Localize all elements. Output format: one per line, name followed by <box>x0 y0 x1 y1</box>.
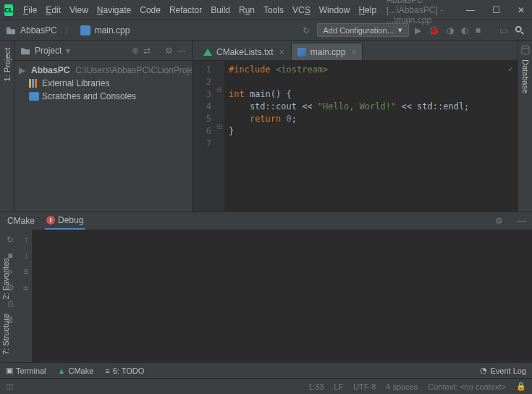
menu-refactor[interactable]: Refactor <box>165 2 206 18</box>
menu-vcs[interactable]: VCS <box>288 2 315 18</box>
lock-icon[interactable]: 🔒 <box>516 382 526 391</box>
svg-rect-5 <box>35 79 37 88</box>
tab-maincpp[interactable]: main.cpp × <box>291 43 363 60</box>
sliders-icon[interactable]: ⫨ <box>20 282 32 293</box>
menu-file[interactable]: File <box>19 2 41 18</box>
editor-tabs: CMakeLists.txt × main.cpp × <box>193 41 518 61</box>
expand-icon[interactable]: ▶ <box>19 65 25 75</box>
gear-icon[interactable]: ⚙ <box>495 216 503 226</box>
target-icon[interactable]: ⊕ <box>132 46 139 56</box>
tool-panel: CMake ! Debug ⚙ — ↻↑ ■↓ »≡ ⚙⫨ ⎙ 🗑 <box>0 211 532 362</box>
database-icon[interactable] <box>520 45 531 55</box>
tab-label: main.cpp <box>311 47 346 57</box>
layout-icon[interactable]: ▭ <box>498 24 509 37</box>
refresh-icon[interactable]: ↻ <box>300 24 313 37</box>
panel-title: Project <box>35 46 62 56</box>
rerun-icon[interactable]: ↻ <box>4 234 16 246</box>
profile-icon[interactable]: ◐ <box>460 24 470 37</box>
database-side-tab[interactable]: Database <box>521 59 530 93</box>
tool-tab-debug[interactable]: ! Debug <box>45 212 85 230</box>
menu-view[interactable]: View <box>65 2 93 18</box>
project-side-tab[interactable]: 1: Project <box>1 41 13 88</box>
code-area[interactable]: 1 2 3 4 5 6 7 ⊟ ⊟ #include <iostream> in… <box>193 61 518 211</box>
config-label: Add Configuration... <box>324 26 394 35</box>
tab-label: CMakeLists.txt <box>216 47 274 57</box>
close-icon[interactable]: × <box>279 47 284 57</box>
bottom-tabs: ▣ Terminal ▲ CMake ≡ 6: TODO ◔ Event Log <box>0 362 532 378</box>
close-icon[interactable]: × <box>351 47 356 57</box>
eventlog-icon: ◔ <box>480 366 487 375</box>
menu-navigate[interactable]: Navigate <box>93 2 135 18</box>
status-context[interactable]: Context: <no context> <box>428 382 506 391</box>
menu-run[interactable]: Run <box>235 2 259 18</box>
nav-bar: AbbasPC 〉 main.cpp ↻ Add Configuration..… <box>0 20 532 41</box>
run-icon[interactable]: ▶ <box>413 24 423 37</box>
favorites-side-tab[interactable]: 2: Favorites <box>0 251 14 306</box>
breadcrumb-root[interactable]: AbbasPC <box>20 25 57 35</box>
up-arrow-icon[interactable]: ↑ <box>20 234 32 246</box>
status-encoding[interactable]: UTF-8 <box>353 382 376 391</box>
breadcrumb-sep: 〉 <box>64 24 73 36</box>
project-tree: ▶ AbbasPC C:\Users\AbbasPC\CLionProjects… <box>14 61 192 106</box>
menu-help[interactable]: Help <box>354 2 381 18</box>
title-path: AbbasPC [...\AbbasPC] - ...\main.cpp <box>387 0 463 25</box>
menu-build[interactable]: Build <box>206 2 235 18</box>
line-gutter: 1 2 3 4 5 6 7 <box>193 61 216 211</box>
maximize-icon[interactable]: ☐ <box>489 5 503 15</box>
cmake-icon <box>203 49 212 56</box>
close-icon[interactable]: ✕ <box>515 5 528 15</box>
search-icon[interactable] <box>513 24 526 37</box>
libraries-icon <box>29 79 39 88</box>
bottom-tab-cmake[interactable]: ▲ CMake <box>58 366 94 375</box>
filter-icon[interactable]: ≡ <box>20 266 32 277</box>
tool-tab-cmake[interactable]: CMake <box>6 213 36 229</box>
editor: CMakeLists.txt × main.cpp × 1 2 3 4 5 6 … <box>193 41 518 211</box>
coverage-icon[interactable]: ◑ <box>445 24 455 37</box>
svg-rect-0 <box>80 25 90 35</box>
project-icon <box>20 46 30 55</box>
down-arrow-icon[interactable]: ↓ <box>20 250 32 261</box>
split-icon[interactable]: ⇄ <box>143 46 151 56</box>
title-bar: CL File Edit View Navigate Code Refactor… <box>0 0 532 20</box>
svg-line-2 <box>521 31 524 34</box>
chevron-down-icon: ▾ <box>398 25 402 35</box>
terminal-icon: ▣ <box>6 366 13 375</box>
stop-icon[interactable]: ■ <box>474 24 482 37</box>
check-icon: ✓ <box>508 64 513 74</box>
todo-icon: ≡ <box>105 366 109 375</box>
svg-point-7 <box>522 46 529 49</box>
error-icon: ! <box>46 216 55 225</box>
bottom-tab-todo[interactable]: ≡ 6: TODO <box>105 366 144 375</box>
status-corner-icon[interactable]: ◫ <box>6 382 13 391</box>
status-linesep[interactable]: LF <box>334 382 343 391</box>
cpp-file-icon <box>297 48 306 56</box>
chevron-down-icon[interactable]: ▾ <box>66 46 70 56</box>
structure-side-tab[interactable]: 7: Structure <box>0 306 14 362</box>
minimize-icon[interactable]: — <box>518 216 526 226</box>
status-pos[interactable]: 1:33 <box>308 382 324 391</box>
tree-scratches[interactable]: Scratches and Consoles <box>14 90 192 103</box>
menu-code[interactable]: Code <box>135 2 165 18</box>
fold-gutter: ⊟ ⊟ <box>216 61 224 211</box>
run-config-dropdown[interactable]: Add Configuration... ▾ <box>317 23 409 37</box>
tree-root[interactable]: ▶ AbbasPC C:\Users\AbbasPC\CLionProjects… <box>14 64 192 77</box>
menu-tools[interactable]: Tools <box>259 2 288 18</box>
status-bar: ◫ 1:33 LF UTF-8 4 spaces Context: <no co… <box>0 378 532 394</box>
svg-rect-4 <box>32 79 34 88</box>
tab-cmakelists[interactable]: CMakeLists.txt × <box>197 43 291 60</box>
gear-icon[interactable]: ⚙ <box>165 46 173 56</box>
tree-external-libs[interactable]: External Libraries <box>14 77 192 90</box>
minimize-icon[interactable]: — <box>463 5 478 15</box>
bottom-tab-eventlog[interactable]: ◔ Event Log <box>480 366 526 375</box>
debug-icon[interactable]: 🐞 <box>427 24 441 37</box>
breadcrumb-file[interactable]: main.cpp <box>95 25 130 35</box>
app-logo: CL <box>4 4 13 16</box>
menu-window[interactable]: Window <box>315 2 355 18</box>
bottom-tab-terminal[interactable]: ▣ Terminal <box>6 366 46 375</box>
menu-edit[interactable]: Edit <box>41 2 65 18</box>
status-indent[interactable]: 4 spaces <box>386 382 418 391</box>
left-sidebar-rail: 1: Project <box>0 41 14 211</box>
minimize-icon[interactable]: — <box>177 46 186 56</box>
cmake-icon: ▲ <box>58 366 66 375</box>
code-text[interactable]: #include <iostream> int main() { std::co… <box>224 61 518 211</box>
